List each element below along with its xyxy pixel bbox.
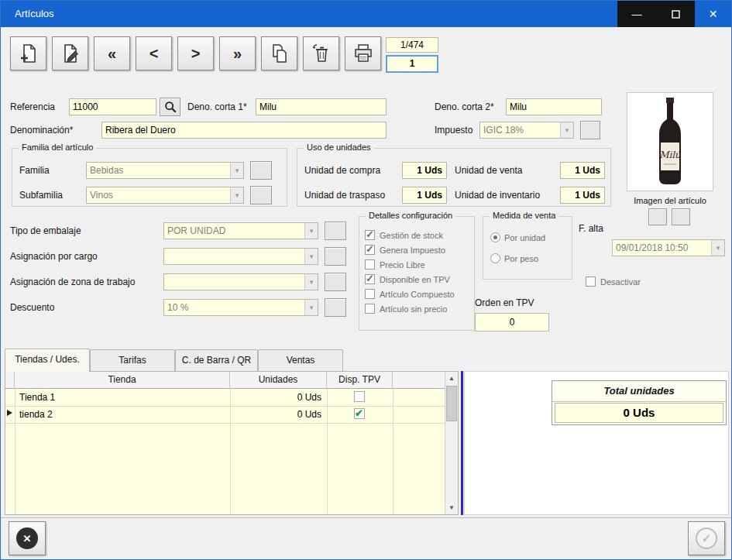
subfamilia-action-button[interactable] [250, 186, 272, 204]
asignacion-cargo-select[interactable]: ▾ [163, 248, 318, 265]
scroll-down-icon[interactable]: ▼ [445, 501, 458, 514]
total-unidades-value: 0 Uds [555, 403, 723, 423]
previous-record-icon: < [149, 46, 159, 61]
scrollbar-thumb[interactable] [446, 386, 457, 421]
impuesto-select[interactable]: IGIC 18% ▾ [479, 122, 574, 139]
deno-corta-1-input[interactable]: Milu [256, 98, 387, 115]
deno-corta-1-label: Deno. corta 1* [187, 101, 247, 112]
asignacion-zona-action-button[interactable] [325, 273, 346, 291]
tab-c-de-barra-qr[interactable]: C. de Barra / QR [175, 349, 258, 371]
image-action-button-2[interactable] [672, 208, 690, 225]
total-unidades-label: Total unidades [552, 381, 726, 402]
copy-record-button[interactable] [261, 36, 297, 70]
tab-ventas[interactable]: Ventas [258, 349, 343, 371]
subfamilia-value: Vinos [90, 190, 113, 201]
medida-groupbox: Medida de venta [483, 216, 572, 280]
table-row-2-tienda[interactable]: tienda 2 [19, 409, 53, 420]
delete-record-button[interactable] [303, 36, 339, 70]
table-row-1-disp-tpv-checkbox[interactable]: ✔ [354, 391, 365, 402]
chevron-down-icon: ▾ [230, 163, 243, 178]
check-icon: ✓ [366, 243, 374, 255]
subfamilia-label: Subfamilia [19, 190, 63, 201]
unidad-venta-input[interactable]: 1 Uds [560, 162, 605, 179]
descuento-value: 10 % [167, 302, 188, 313]
first-record-button[interactable]: « [94, 36, 130, 70]
unidad-inventario-input[interactable]: 1 Uds [560, 187, 605, 204]
por-peso-radio[interactable] [490, 253, 500, 263]
gestion-stock-label: Gestión de stock [380, 231, 443, 240]
impuesto-action-button[interactable] [580, 121, 600, 139]
familia-select[interactable]: Bebidas ▾ [86, 162, 244, 179]
tab-tarifas[interactable]: Tarifas [90, 349, 175, 371]
next-record-button[interactable]: > [177, 36, 214, 70]
asignacion-zona-select[interactable]: ▾ [163, 273, 318, 290]
gestion-stock-checkbox[interactable]: ✓ [365, 230, 375, 240]
tab-tiendas-udes[interactable]: Tiendas / Udes. [5, 349, 90, 372]
scroll-up-icon[interactable]: ▲ [445, 372, 458, 385]
titlebar[interactable]: Artículos — ✕ [1, 1, 731, 27]
precio-libre-checkbox[interactable]: ✓ [365, 259, 375, 270]
articulo-compuesto-checkbox[interactable]: ✓ [365, 289, 375, 299]
referencia-input[interactable]: 11000 [69, 98, 156, 115]
descuento-action-button[interactable] [325, 298, 346, 317]
selector-column-header [5, 372, 15, 389]
referencia-label: Referencia [10, 101, 55, 112]
articulo-sin-precio-label: Artículo sin precio [380, 304, 447, 314]
unidades-group-title: Uso de unidades [304, 143, 374, 152]
genera-impuesto-checkbox[interactable]: ✓ [365, 245, 375, 255]
tienda-column-header[interactable]: Tienda [15, 372, 230, 389]
record-number-input[interactable]: 1 [386, 55, 438, 73]
imagen-articulo-label: Imagen del artículo [627, 196, 713, 205]
table-row-1-unidades[interactable]: 0 Uds [230, 392, 321, 403]
tiendas-table: Tienda Unidades Disp. TPV Tienda 1 0 Uds… [5, 371, 459, 515]
last-record-button[interactable]: » [219, 36, 256, 70]
f-alta-input[interactable]: 09/01/2018 10:50 ▾ [612, 239, 725, 256]
table-scrollbar[interactable]: ▲ ▼ [445, 372, 458, 514]
denominacion-input[interactable]: Ribera del Duero [101, 122, 387, 139]
disp-tpv-column-header[interactable]: Disp. TPV [327, 372, 393, 389]
table-row-2-disp-tpv-checkbox[interactable]: ✔ [354, 408, 365, 419]
orden-tpv-input[interactable]: 0 [475, 313, 549, 332]
tipo-embalaje-select[interactable]: POR UNIDAD ▾ [163, 222, 318, 239]
unidades-column-header[interactable]: Unidades [230, 372, 327, 389]
desactivar-checkbox[interactable]: ✓ [586, 277, 596, 287]
articulo-sin-precio-checkbox[interactable]: ✓ [365, 304, 375, 314]
image-action-button-1[interactable] [648, 208, 667, 225]
table-row-2-unidades[interactable]: 0 Uds [230, 409, 321, 420]
confirm-button[interactable]: ✓ [688, 521, 725, 555]
unidad-compra-input[interactable]: 1 Uds [402, 162, 447, 179]
print-button[interactable] [345, 36, 381, 70]
chevron-down-icon: ▾ [304, 223, 318, 239]
familia-group-title: Familia del artículo [19, 143, 96, 152]
deno-corta-2-input[interactable]: Milu [506, 98, 602, 115]
por-unidad-radio[interactable] [490, 232, 500, 242]
familia-action-button[interactable] [250, 161, 272, 180]
minimize-button[interactable]: — [617, 1, 656, 27]
orden-tpv-label: Orden en TPV [475, 297, 534, 308]
previous-record-button[interactable]: < [136, 36, 172, 70]
delete-record-icon [311, 43, 332, 64]
new-record-button[interactable] [10, 36, 46, 70]
minimize-icon: — [632, 9, 642, 20]
referencia-search-button[interactable] [160, 98, 180, 116]
close-button[interactable]: ✕ [695, 1, 731, 27]
descuento-label: Descuento [10, 302, 54, 313]
exit-button[interactable]: ✕ [9, 521, 46, 555]
descuento-select[interactable]: 10 % ▾ [163, 299, 318, 316]
detalles-group-title: Detalles configuración [366, 211, 455, 220]
f-alta-label: F. alta [579, 223, 603, 234]
check-icon: ✓ [366, 228, 374, 240]
maximize-button[interactable] [656, 1, 695, 27]
table-row-1-tienda[interactable]: Tienda 1 [19, 392, 55, 403]
tipo-embalaje-action-button[interactable] [325, 222, 346, 240]
por-peso-label: Por peso [504, 254, 538, 263]
last-record-icon: » [233, 46, 242, 61]
edit-record-button[interactable] [52, 36, 88, 70]
subfamilia-select[interactable]: Vinos ▾ [86, 187, 244, 204]
disponible-tpv-checkbox[interactable]: ✓ [365, 274, 375, 284]
asignacion-cargo-action-button[interactable] [325, 247, 346, 266]
next-record-icon: > [191, 46, 201, 61]
chevron-down-icon: ▾ [304, 249, 318, 264]
unidad-traspaso-input[interactable]: 1 Uds [402, 187, 447, 204]
f-alta-value: 09/01/2018 10:50 [616, 242, 688, 253]
